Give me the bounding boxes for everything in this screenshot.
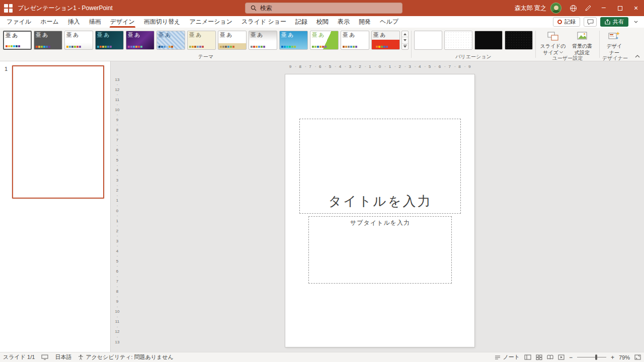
search-placeholder: 検索 xyxy=(260,4,272,13)
menu-tab[interactable]: 挿入 xyxy=(63,16,85,28)
pen-icon[interactable] xyxy=(581,0,596,16)
ruler-number: 8 xyxy=(114,125,121,135)
minimize-button[interactable]: – xyxy=(596,0,612,16)
gallery-more-button[interactable] xyxy=(402,43,408,49)
ribbon-design-tab: 亜あ 亜あ 亜あ 亜あ 亜あ 亜あ 亜あ 亜あ 亜あ 亜あ 亜あ 亜あ 亜あ xyxy=(0,28,644,61)
menu-tab[interactable]: ホーム xyxy=(36,16,63,28)
theme-thumbnail[interactable]: 亜あ xyxy=(64,31,93,50)
theme-sample-text: 亜あ xyxy=(218,31,246,39)
theme-thumbnail[interactable]: 亜あ xyxy=(156,31,185,50)
slide-sorter-view-button[interactable] xyxy=(536,354,542,360)
theme-sample-text: 亜あ xyxy=(4,32,31,40)
theme-thumbnail[interactable]: 亜あ xyxy=(279,31,308,50)
notes-button[interactable]: ノート xyxy=(495,353,520,361)
theme-sample-text: 亜あ xyxy=(310,31,338,39)
theme-thumbnail[interactable]: 亜あ xyxy=(34,31,62,50)
theme-color-strip xyxy=(343,46,357,48)
background-format-button[interactable]: 背景の書 式設定 xyxy=(568,31,597,56)
theme-sample-text: 亜あ xyxy=(341,31,369,39)
accessibility-button[interactable]: アクセシビリティ: 問題ありません xyxy=(78,353,173,361)
theme-thumbnail[interactable]: 亜あ xyxy=(126,31,154,50)
gallery-scroll-down-button[interactable] xyxy=(402,37,408,43)
ruler-number: 8 xyxy=(295,63,305,70)
menu-tab[interactable]: 校閲 xyxy=(312,16,333,28)
menu-tab[interactable]: 画面切り替え xyxy=(139,16,185,28)
account-button[interactable]: 森太郎 寛之 xyxy=(511,0,566,16)
normal-view-button[interactable] xyxy=(524,354,531,360)
menu-tab[interactable]: 表示 xyxy=(333,16,354,28)
variant-thumbnail[interactable] xyxy=(474,31,503,50)
theme-sample-text: 亜あ xyxy=(65,31,93,39)
menu-tab[interactable]: スライド ショー xyxy=(237,16,291,28)
theme-sample-text: 亜あ xyxy=(157,31,185,39)
menu-tab[interactable]: ファイル xyxy=(2,16,36,28)
zoom-slider-thumb[interactable] xyxy=(595,354,597,360)
maximize-button[interactable] xyxy=(612,0,628,16)
menu-tab[interactable]: デザイン xyxy=(106,16,139,28)
globe-icon[interactable] xyxy=(566,0,581,16)
display-icon xyxy=(41,354,48,360)
fit-to-window-button[interactable] xyxy=(634,354,641,360)
zoom-out-button[interactable]: − xyxy=(569,354,573,360)
ruler-number: 3 xyxy=(114,175,121,186)
ruler-number: 2 xyxy=(114,186,121,196)
menu-tab[interactable]: 開発 xyxy=(354,16,375,28)
window-title: プレゼンテーション1 - PowerPoint xyxy=(18,4,113,13)
designer-button[interactable]: デザイ ナー xyxy=(602,31,626,56)
language-button[interactable]: 日本語 xyxy=(55,353,71,361)
slide-size-button[interactable]: スライドの サイズ xyxy=(538,31,568,56)
zoom-level[interactable]: 79% xyxy=(619,354,630,360)
menu-tab[interactable]: 記録 xyxy=(291,16,312,28)
theme-color-strip xyxy=(128,46,142,48)
slide-editing-surface[interactable]: タイトルを入力 サブタイトルを入力 xyxy=(285,74,474,347)
theme-thumbnail[interactable]: 亜あ xyxy=(371,31,400,50)
theme-thumbnail[interactable]: 亜あ xyxy=(341,31,369,50)
theme-thumbnail[interactable]: 亜あ xyxy=(187,31,216,50)
close-button[interactable]: × xyxy=(628,0,644,16)
theme-thumbnail[interactable]: 亜あ xyxy=(249,31,277,50)
variant-thumbnail[interactable] xyxy=(505,31,533,50)
theme-sample-text: 亜あ xyxy=(96,31,123,39)
record-button[interactable]: 記録 xyxy=(553,17,580,27)
user-name: 森太郎 寛之 xyxy=(515,4,546,13)
ruler-number: 6 xyxy=(114,266,121,276)
zoom-in-button[interactable]: + xyxy=(611,354,614,360)
subtitle-placeholder[interactable]: サブタイトルを入力 xyxy=(308,216,452,284)
title-placeholder[interactable]: タイトルを入力 xyxy=(299,119,461,214)
share-button[interactable]: 共有 xyxy=(600,17,628,27)
search-icon xyxy=(251,5,257,11)
menu-tab[interactable]: アニメーション xyxy=(185,16,237,28)
ruler-number: 2 xyxy=(395,63,405,70)
search-box[interactable]: 検索 xyxy=(245,3,403,14)
powerpoint-app-icon[interactable] xyxy=(4,4,13,13)
slide-thumbnail[interactable] xyxy=(12,65,104,199)
menu-tab[interactable]: ヘルプ xyxy=(375,16,403,28)
ruler-number: 5 xyxy=(114,155,121,165)
theme-thumbnail[interactable]: 亜あ xyxy=(95,31,124,50)
collapse-ribbon-button[interactable] xyxy=(635,52,640,59)
theme-thumbnail[interactable]: 亜あ xyxy=(310,31,339,50)
variants-group-label: バリエーション xyxy=(414,54,533,61)
zoom-slider[interactable] xyxy=(577,357,606,357)
variant-thumbnail[interactable] xyxy=(414,31,442,50)
slideshow-view-button[interactable] xyxy=(558,354,565,360)
ruler-number: 4 xyxy=(114,246,121,256)
status-bar: スライド 1/1 日本語 アクセシビリティ: 問題ありません ノート − + 7… xyxy=(0,352,644,362)
comments-button[interactable] xyxy=(584,17,597,27)
theme-sample-text: 亜あ xyxy=(126,31,154,39)
theme-thumbnail[interactable]: 亜あ xyxy=(218,31,247,50)
themes-group-label: テーマ xyxy=(3,54,409,61)
gallery-scroll-up-button[interactable] xyxy=(402,31,408,37)
ruler-number: 6 xyxy=(315,63,325,70)
more-options-chevron-icon[interactable] xyxy=(632,21,640,23)
theme-thumbnail[interactable]: 亜あ xyxy=(3,31,32,50)
reading-view-button[interactable] xyxy=(547,354,553,360)
display-settings-button[interactable] xyxy=(41,354,48,360)
ruler-number: 1 xyxy=(114,216,121,226)
theme-color-strip xyxy=(220,46,234,48)
ruler-number: 10 xyxy=(114,105,121,115)
variant-thumbnail[interactable] xyxy=(444,31,472,50)
ruler-number: 6 xyxy=(435,63,445,70)
menu-tab[interactable]: 描画 xyxy=(85,16,106,28)
v-ruler: 13121110987654321012345678910111213 xyxy=(114,74,121,347)
